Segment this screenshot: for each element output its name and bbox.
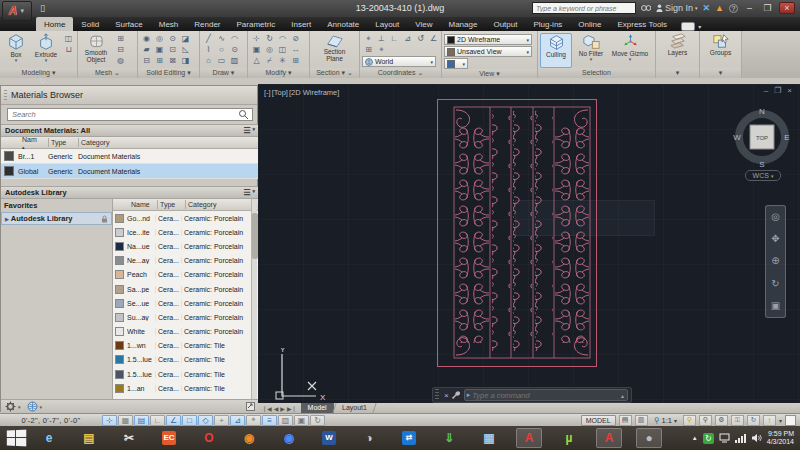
tab-plugins[interactable]: Plug-ins	[525, 17, 570, 31]
stretch-icon[interactable]: ↔	[289, 44, 302, 55]
move-gizmo-button[interactable]: Move Gizmo▾	[610, 33, 650, 68]
command-line-grip[interactable]	[435, 389, 439, 401]
viewcube-east[interactable]: E	[784, 133, 789, 142]
panel-label-section[interactable]: Section ▾ ⌄	[310, 68, 359, 78]
command-input-field[interactable]: ▸ ▴	[464, 389, 628, 401]
object-snap-toggle[interactable]: □	[182, 415, 197, 426]
vp-restore-icon[interactable]: ❐	[774, 86, 781, 95]
drawing-viewport[interactable]: [-] [Top] [2D Wireframe] – ❐ ×	[258, 84, 800, 403]
lineweight-toggle[interactable]: ≡	[262, 415, 277, 426]
communication-center-icon[interactable]: ▲	[715, 3, 724, 13]
ucs-object-icon[interactable]: ∠	[427, 33, 440, 44]
pan-icon[interactable]: ✥	[771, 234, 779, 244]
named-view-dropdown[interactable]: Unsaved View▾	[444, 46, 532, 57]
ucs-z-axis-icon[interactable]: ⊿	[401, 33, 414, 44]
hatch-icon[interactable]: ▨	[228, 55, 241, 66]
opera-icon[interactable]: O	[196, 428, 222, 448]
materials-search-input[interactable]	[8, 110, 238, 119]
spline-icon[interactable]: ∿	[215, 33, 228, 44]
ucs-previous-icon[interactable]: ↺	[414, 33, 427, 44]
viewport-config-dropdown[interactable]: ▾	[444, 58, 468, 69]
vp-minimize-icon[interactable]: –	[764, 86, 768, 95]
workspace-switching-gear-icon[interactable]: ⚙	[715, 415, 728, 426]
autocad-icon[interactable]: A	[516, 428, 542, 448]
manage-materials-gear-icon[interactable]	[5, 401, 16, 412]
tab-insert[interactable]: Insert	[283, 17, 319, 31]
chevron-down-icon[interactable]: ▾	[252, 126, 255, 135]
command-history-icon[interactable]: ▴	[621, 392, 627, 399]
taskbar-clock[interactable]: 9:59 PM 4/3/2014	[767, 430, 798, 446]
autoscale-icon[interactable]: ⚲	[699, 415, 712, 426]
rotate-icon[interactable]: ↻	[263, 33, 276, 44]
union-icon[interactable]: ◉	[140, 33, 153, 44]
extrude-button[interactable]: Extrude▾	[32, 33, 60, 68]
media-app-icon[interactable]: ◑	[356, 428, 382, 448]
rectangle-icon[interactable]: ▭	[215, 55, 228, 66]
palette-grip[interactable]	[4, 90, 7, 101]
mesh-refine-icon[interactable]: ◍	[114, 55, 127, 66]
taper-faces-icon[interactable]: ◺	[179, 44, 192, 55]
3d-object-snap-toggle[interactable]: ◇	[198, 415, 213, 426]
polysolid-icon[interactable]: ◫	[62, 33, 75, 44]
ec-app-icon[interactable]: EC	[156, 428, 182, 448]
navigation-wheel-icon[interactable]: ◎	[771, 212, 780, 222]
erase-icon[interactable]: ⊘	[289, 33, 302, 44]
command-line[interactable]: × ▸ ▴	[432, 387, 632, 403]
scale-icon[interactable]: △	[250, 55, 263, 66]
1.5...lue[interactable]: 1.5...lue Cera... Ceramic: Tile	[113, 367, 259, 381]
viewport-view-control[interactable]: [Top]	[272, 88, 288, 97]
chrome-icon[interactable]: ◉	[276, 428, 302, 448]
tree-item-favorites[interactable]: Favorites	[1, 199, 112, 212]
presspull-icon[interactable]: ⊔	[62, 44, 75, 55]
tab-parametric[interactable]: Parametric	[229, 17, 284, 31]
thicken-icon[interactable]: ▰	[140, 44, 153, 55]
document-materials-columns[interactable]: Nam ▴ Type Category	[1, 137, 259, 149]
Ice...ite[interactable]: Ice...ite Cera... Ceramic: Porcelain	[113, 225, 259, 239]
isolate-objects-icon[interactable]: !	[763, 415, 776, 426]
smooth-more-icon[interactable]: ⊞	[114, 33, 127, 44]
copy-icon[interactable]: ▣	[250, 44, 263, 55]
library-scrollbar[interactable]	[251, 199, 257, 399]
tab-mesh[interactable]: Mesh	[151, 17, 187, 31]
ribbon-collapse-icon[interactable]: ▾	[698, 23, 701, 30]
utorrent-icon[interactable]: µ	[556, 428, 582, 448]
help-icon[interactable]: ?	[729, 4, 738, 13]
panel-label-modify[interactable]: Modify ▾	[248, 68, 309, 78]
grid-display-toggle[interactable]: ▤	[134, 415, 149, 426]
polyline-icon[interactable]: ⌇	[202, 44, 215, 55]
new-file-icon[interactable]: ▯	[36, 2, 49, 14]
file-explorer-icon[interactable]: ▤	[76, 428, 102, 448]
offset-icon[interactable]: ◎	[263, 44, 276, 55]
separate-icon[interactable]: ⊟	[140, 55, 153, 66]
autodesk-library-header[interactable]: Autodesk Library ☰▾	[1, 186, 259, 199]
object-snap-tracking-toggle[interactable]: +	[214, 415, 229, 426]
viewcube-west[interactable]: W	[733, 133, 741, 142]
smooth-less-icon[interactable]: ⊟	[114, 44, 127, 55]
clean-icon[interactable]: ⊠	[166, 55, 179, 66]
model-space-button[interactable]: MODEL	[581, 415, 616, 426]
vp-close-icon[interactable]: ×	[787, 86, 792, 95]
quick-view-layouts-icon[interactable]: ▤	[619, 415, 632, 426]
no-filter-button[interactable]: No Filter▾	[574, 33, 608, 68]
Sa...pe[interactable]: Sa...pe Cera... Ceramic: Porcelain	[113, 282, 259, 296]
visual-style-dropdown[interactable]: 2D Wireframe▾	[444, 34, 532, 45]
status-bar-menu-icon[interactable]: ▾	[779, 417, 782, 424]
ucs-view-icon[interactable]: ⌖	[375, 44, 388, 55]
search-input[interactable]	[533, 5, 635, 12]
tab-render[interactable]: Render	[186, 17, 228, 31]
list-view-icon[interactable]: ☰	[243, 188, 250, 197]
media-tab-icon[interactable]	[681, 22, 695, 31]
ortho-mode-toggle[interactable]: ∟	[150, 415, 165, 426]
Go...nd[interactable]: Go...nd Cera... Ceramic: Porcelain	[113, 211, 259, 225]
wcs-dropdown[interactable]: WCS▾	[745, 170, 781, 181]
download-manager-icon[interactable]: ⇓	[436, 428, 462, 448]
tab-surface[interactable]: Surface	[107, 17, 151, 31]
tab-express-tools[interactable]: Express Tools	[609, 17, 675, 31]
viewport-menu-control[interactable]: [-]	[264, 88, 271, 97]
polar-tracking-toggle[interactable]: ∠	[166, 415, 181, 426]
world-ucs-dropdown[interactable]: World▾	[362, 56, 436, 67]
viewcube-north[interactable]: N	[759, 107, 765, 116]
word-icon[interactable]: W	[316, 428, 342, 448]
panel-label-view[interactable]: View ▾	[442, 69, 537, 78]
tab-output[interactable]: Output	[485, 17, 525, 31]
